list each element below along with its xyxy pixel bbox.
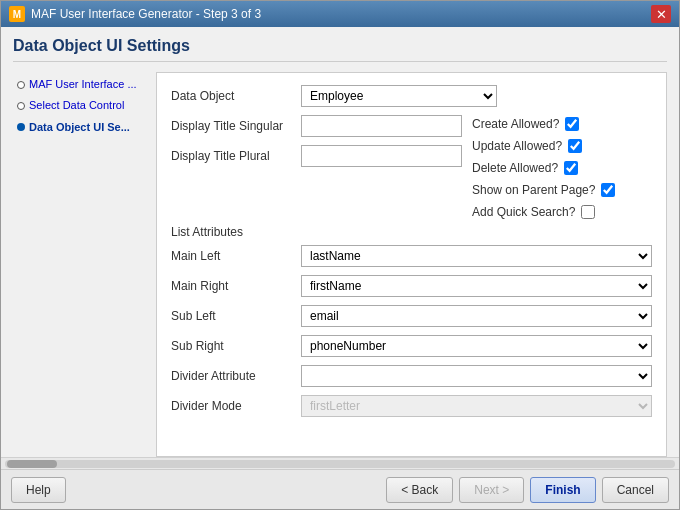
display-title-plural-row: Display Title Plural Employees: [171, 145, 462, 167]
sidebar-bullet-3: [17, 123, 25, 131]
divider-mode-select[interactable]: firstLetter: [301, 395, 652, 417]
main-left-row: Main Left lastName firstName email phone…: [171, 245, 652, 267]
sub-right-select[interactable]: phoneNumber firstName lastName email: [301, 335, 652, 357]
sub-right-wrap: phoneNumber firstName lastName email: [301, 335, 652, 357]
main-right-row: Main Right firstName lastName email phon…: [171, 275, 652, 297]
display-title-plural-input[interactable]: Employees: [301, 145, 462, 167]
update-allowed-checkbox[interactable]: [568, 139, 582, 153]
data-object-select[interactable]: Employee: [301, 85, 497, 107]
main-area: MAF User Interface ... Select Data Contr…: [13, 72, 667, 457]
window-title: MAF User Interface Generator - Step 3 of…: [31, 7, 261, 21]
sub-right-label: Sub Right: [171, 339, 301, 353]
sub-left-wrap: email firstName lastName phoneNumber: [301, 305, 652, 327]
divider-attribute-wrap: [301, 365, 652, 387]
divider-mode-wrap: firstLetter: [301, 395, 652, 417]
data-object-label: Data Object: [171, 89, 301, 103]
display-title-singular-input[interactable]: Employee: [301, 115, 462, 137]
main-right-label: Main Right: [171, 279, 301, 293]
display-title-singular-wrap: Employee: [301, 115, 462, 137]
two-col-layout: Display Title Singular Employee Display …: [171, 115, 652, 219]
right-col: Create Allowed? Update Allowed? Delete A…: [472, 115, 652, 219]
sub-left-label: Sub Left: [171, 309, 301, 323]
display-title-singular-label: Display Title Singular: [171, 119, 301, 133]
add-quick-search-row: Add Quick Search?: [472, 205, 652, 219]
update-allowed-label: Update Allowed?: [472, 139, 562, 153]
main-left-wrap: lastName firstName email phoneNumber: [301, 245, 652, 267]
update-allowed-row: Update Allowed?: [472, 139, 652, 153]
next-button[interactable]: Next >: [459, 477, 524, 503]
create-allowed-row: Create Allowed?: [472, 117, 652, 131]
main-window: M MAF User Interface Generator - Step 3 …: [0, 0, 680, 510]
app-icon: M: [9, 6, 25, 22]
delete-allowed-row: Delete Allowed?: [472, 161, 652, 175]
scrollbar-thumb: [7, 460, 57, 468]
main-right-wrap: firstName lastName email phoneNumber: [301, 275, 652, 297]
back-button[interactable]: < Back: [386, 477, 453, 503]
add-quick-search-label: Add Quick Search?: [472, 205, 575, 219]
sidebar-bullet-2: [17, 102, 25, 110]
main-left-select[interactable]: lastName firstName email phoneNumber: [301, 245, 652, 267]
data-object-select-wrap: Employee: [301, 85, 652, 107]
create-allowed-checkbox[interactable]: [565, 117, 579, 131]
footer-right: < Back Next > Finish Cancel: [386, 477, 669, 503]
show-on-parent-row: Show on Parent Page?: [472, 183, 652, 197]
sidebar-item-data-object-ui[interactable]: Data Object UI Se...: [13, 117, 148, 138]
sidebar-bullet-1: [17, 81, 25, 89]
left-col: Display Title Singular Employee Display …: [171, 115, 462, 219]
data-object-row: Data Object Employee: [171, 85, 652, 107]
display-title-plural-wrap: Employees: [301, 145, 462, 167]
divider-attribute-select[interactable]: [301, 365, 652, 387]
help-button[interactable]: Help: [11, 477, 66, 503]
divider-attribute-label: Divider Attribute: [171, 369, 301, 383]
close-button[interactable]: ✕: [651, 5, 671, 23]
finish-button[interactable]: Finish: [530, 477, 595, 503]
title-bar: M MAF User Interface Generator - Step 3 …: [1, 1, 679, 27]
display-title-plural-label: Display Title Plural: [171, 149, 301, 163]
divider-attribute-row: Divider Attribute: [171, 365, 652, 387]
horizontal-scrollbar[interactable]: [5, 460, 675, 468]
main-right-select[interactable]: firstName lastName email phoneNumber: [301, 275, 652, 297]
display-title-singular-row: Display Title Singular Employee: [171, 115, 462, 137]
list-attributes-title: List Attributes: [171, 225, 652, 239]
show-on-parent-label: Show on Parent Page?: [472, 183, 595, 197]
delete-allowed-label: Delete Allowed?: [472, 161, 558, 175]
sidebar: MAF User Interface ... Select Data Contr…: [13, 72, 148, 457]
delete-allowed-checkbox[interactable]: [564, 161, 578, 175]
sub-left-row: Sub Left email firstName lastName phoneN…: [171, 305, 652, 327]
footer-left: Help: [11, 477, 66, 503]
main-left-label: Main Left: [171, 249, 301, 263]
create-allowed-label: Create Allowed?: [472, 117, 559, 131]
form-area: Data Object Employee Display Title Singu…: [156, 72, 667, 457]
footer: Help < Back Next > Finish Cancel: [1, 469, 679, 509]
show-on-parent-checkbox[interactable]: [601, 183, 615, 197]
scrollbar-container: [1, 457, 679, 469]
add-quick-search-checkbox[interactable]: [581, 205, 595, 219]
sub-left-select[interactable]: email firstName lastName phoneNumber: [301, 305, 652, 327]
title-bar-left: M MAF User Interface Generator - Step 3 …: [9, 6, 261, 22]
content-area: Data Object UI Settings MAF User Interfa…: [1, 27, 679, 457]
divider-mode-label: Divider Mode: [171, 399, 301, 413]
sidebar-item-select-data-control[interactable]: Select Data Control: [13, 95, 148, 116]
sidebar-item-maf-user-interface[interactable]: MAF User Interface ...: [13, 74, 148, 95]
page-title: Data Object UI Settings: [13, 37, 667, 62]
cancel-button[interactable]: Cancel: [602, 477, 669, 503]
sub-right-row: Sub Right phoneNumber firstName lastName…: [171, 335, 652, 357]
divider-mode-row: Divider Mode firstLetter: [171, 395, 652, 417]
